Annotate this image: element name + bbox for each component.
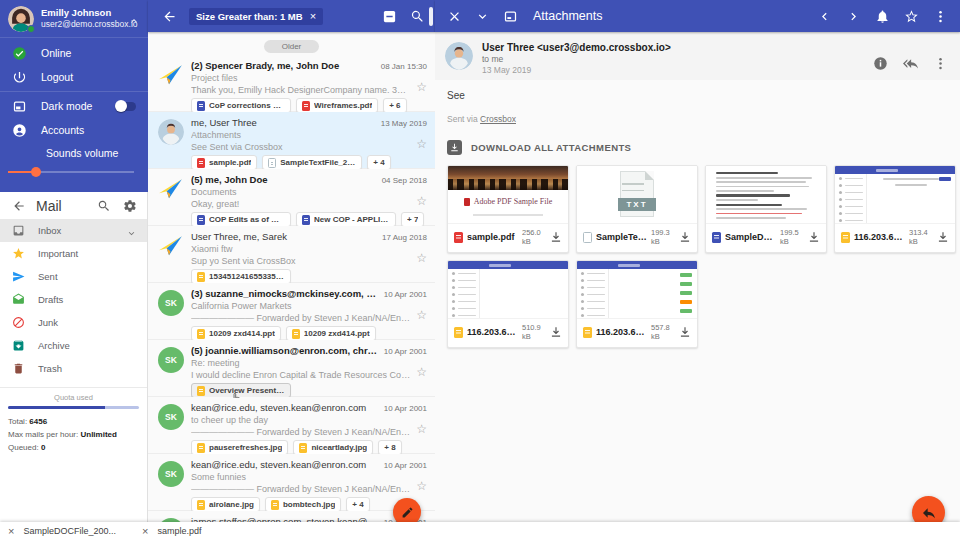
close-icon[interactable]: ×: [142, 526, 148, 537]
more-attachments-chip[interactable]: + 7: [401, 212, 424, 227]
folder-item-trash[interactable]: Trash: [0, 357, 147, 380]
download-item[interactable]: × sample.pdf: [142, 526, 201, 537]
attachment-chip[interactable]: 10209 zxd414.ppt: [191, 326, 281, 341]
account-menu-header[interactable]: Emilly Johnson user2@demo.crossbox.io: [0, 0, 148, 38]
search-icon[interactable]: [97, 199, 111, 213]
filter-remove-icon[interactable]: ×: [310, 12, 316, 21]
star-toggle-icon[interactable]: ☆: [416, 81, 427, 93]
chevron-down-icon[interactable]: [475, 9, 490, 24]
attachment-card[interactable]: 116.203.63.82_5... 557.8kB: [576, 260, 698, 348]
more-attachments-chip[interactable]: + 4: [367, 155, 390, 170]
folder-item-archive[interactable]: Archive: [0, 334, 147, 357]
star-toggle-icon[interactable]: ☆: [416, 366, 427, 378]
email-row[interactable]: User Three, me, Sarek 17 Aug 2018 Xiaomi…: [148, 226, 435, 283]
email-row[interactable]: SK (3) suzanne_nimocks@mckinsey.com, sus…: [148, 283, 435, 340]
attachment-chip[interactable]: 1534512416553357...: [191, 269, 291, 284]
gear-icon[interactable]: [123, 199, 137, 213]
download-icon[interactable]: [807, 230, 821, 244]
crossbox-link[interactable]: Crossbox: [480, 114, 516, 124]
filter-chip[interactable]: Size Greater than: 1 MB ×: [189, 8, 323, 25]
more-attachments-chip[interactable]: + 6: [383, 98, 406, 113]
star-toggle-icon[interactable]: ☆: [416, 138, 427, 150]
attachment-chips: pauserefreshes.jpgniceartlady.jpg+ 8: [191, 440, 427, 455]
close-icon[interactable]: ×: [8, 526, 14, 537]
more-attachments-chip[interactable]: + 8: [378, 440, 401, 455]
reply-icon: [921, 505, 937, 521]
info-icon[interactable]: [873, 56, 888, 71]
folder-item-important[interactable]: Important: [0, 242, 147, 265]
older-pill[interactable]: Older: [264, 40, 320, 53]
attachment-card[interactable]: TXT SampleTextFile_20... 199.3kB: [576, 165, 698, 253]
chevron-down-icon[interactable]: [126, 225, 137, 236]
download-filename[interactable]: sample.pdf: [157, 526, 201, 536]
attachment-chip[interactable]: SampleTextFile_200...: [262, 155, 362, 170]
folder-item-inbox[interactable]: Inbox: [0, 219, 147, 242]
accounts-item[interactable]: Accounts: [0, 118, 148, 142]
bell-icon[interactable]: [875, 9, 890, 24]
attachment-chip[interactable]: Wireframes.pdf: [296, 98, 378, 113]
email-row[interactable]: SK kean@rice.edu, steven.kean@enron.com …: [148, 397, 435, 454]
dark-mode-toggle[interactable]: [116, 102, 136, 111]
select-all-icon[interactable]: [382, 9, 397, 24]
star-toggle-icon[interactable]: ☆: [416, 195, 427, 207]
close-icon[interactable]: [447, 9, 462, 24]
reply-all-icon[interactable]: [903, 56, 918, 71]
sounds-volume-slider[interactable]: [8, 163, 134, 181]
download-item[interactable]: × SampleDOCFile_200...: [8, 526, 116, 537]
star-toggle-icon[interactable]: ☆: [416, 480, 427, 492]
online-status-item[interactable]: Online: [0, 41, 148, 65]
attachment-chip[interactable]: COP Edits as of May...: [191, 212, 291, 227]
star-toggle-icon[interactable]: ☆: [416, 309, 427, 321]
recipient-line[interactable]: to me: [482, 54, 858, 65]
more-menu-icon[interactable]: [933, 9, 948, 24]
attachment-chip[interactable]: bombtech.jpg: [265, 497, 341, 512]
previous-email-icon[interactable]: [817, 9, 832, 24]
folder-item-drafts[interactable]: Drafts: [0, 288, 147, 311]
slider-thumb[interactable]: [31, 167, 41, 177]
download-icon[interactable]: [678, 325, 692, 339]
email-row[interactable]: me, User Three 13 May 2019 Attachments S…: [148, 112, 435, 169]
folder-item-sent[interactable]: Sent: [0, 265, 147, 288]
download-icon[interactable]: [549, 230, 563, 244]
star-toggle-icon[interactable]: ☆: [416, 252, 427, 264]
attachment-chip[interactable]: Overview Presentati...: [191, 383, 291, 398]
star-toggle-icon[interactable]: ☆: [416, 423, 427, 435]
email-row[interactable]: SK kean@rice.edu, steven.kean@enron.com …: [148, 454, 435, 511]
search-icon[interactable]: [410, 9, 425, 24]
attachment-chip[interactable]: sample.pdf: [191, 155, 257, 170]
star-icon[interactable]: [904, 9, 919, 24]
logout-label: Logout: [41, 71, 73, 83]
email-row[interactable]: (5) me, John Doe 04 Sep 2018 Documents O…: [148, 169, 435, 226]
pane-resize-handle[interactable]: [429, 7, 433, 26]
back-arrow-icon[interactable]: [12, 199, 26, 213]
attachment-chip[interactable]: 10209 zxd414.ppt: [286, 326, 376, 341]
more-attachments-chip[interactable]: + 4: [346, 497, 369, 512]
back-arrow-icon[interactable]: [162, 9, 177, 24]
next-email-icon[interactable]: [846, 9, 861, 24]
attachment-chip[interactable]: pauserefreshes.jpg: [191, 440, 288, 455]
attachment-chip[interactable]: niceartlady.jpg: [293, 440, 373, 455]
file-type-icon: [197, 500, 205, 510]
attachment-card[interactable]: 116.203.63.82_5... 313.4kB: [834, 165, 956, 253]
download-icon[interactable]: [549, 325, 563, 339]
download-all-button[interactable]: DOWNLOAD ALL ATTACHMENTS: [447, 140, 960, 155]
attachment-chip[interactable]: airolane.jpg: [191, 497, 260, 512]
attachment-chip[interactable]: CoP corrections NE...: [191, 98, 291, 113]
download-icon[interactable]: [936, 230, 950, 244]
chevron-up-icon[interactable]: [128, 13, 140, 25]
email-row[interactable]: (2) Spencer Brady, me, John Doe 08 Jan 1…: [148, 55, 435, 112]
more-menu-icon[interactable]: [933, 56, 948, 71]
download-filename[interactable]: SampleDOCFile_200...: [23, 526, 116, 536]
open-in-tab-icon[interactable]: [503, 9, 518, 24]
attachment-chip[interactable]: New COP - APPLICA...: [296, 212, 396, 227]
attachment-card[interactable]: 116.203.63.82_5... 510.9kB: [447, 260, 569, 348]
attachment-card[interactable]: Adobe PDF Sample File sample.pdf 256.0kB: [447, 165, 569, 253]
user-email: user2@demo.crossbox.io: [41, 19, 128, 30]
dark-mode-item[interactable]: Dark mode: [0, 94, 148, 118]
folder-item-junk[interactable]: Junk: [0, 311, 147, 334]
drafts-icon: [12, 293, 25, 306]
logout-item[interactable]: Logout: [0, 65, 148, 89]
attachment-card[interactable]: SampleDOCFile_... 199.5kB: [705, 165, 827, 253]
download-icon[interactable]: [678, 230, 692, 244]
email-row[interactable]: SK (5) joannie.williamson@enron.com, chr…: [148, 340, 435, 397]
